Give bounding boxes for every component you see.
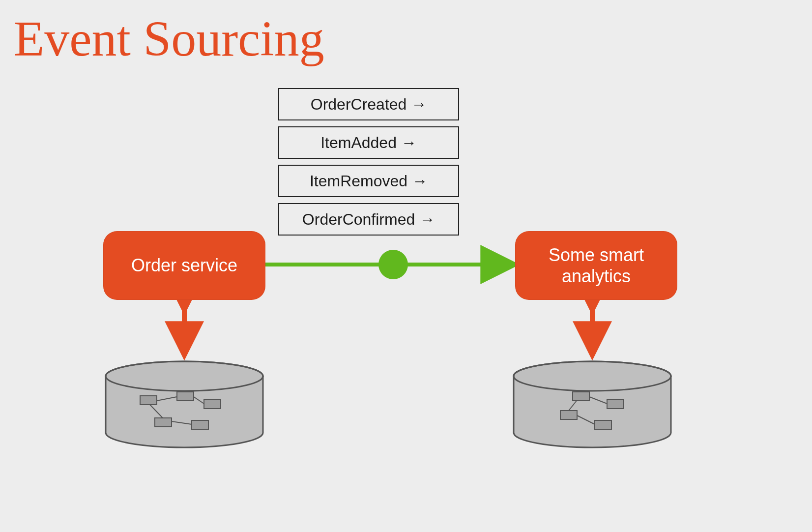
svg-line-9 — [150, 405, 163, 418]
event-item: ItemAdded → — [278, 126, 459, 159]
service-label: Order service — [131, 255, 237, 276]
svg-line-17 — [589, 397, 607, 404]
svg-line-8 — [194, 397, 204, 404]
svg-point-12 — [514, 361, 671, 391]
slide-title: Event Sourcing — [14, 10, 324, 67]
database-icon — [106, 361, 263, 447]
svg-point-1 — [106, 361, 263, 391]
service-label: Some smart analytics — [515, 244, 677, 287]
svg-rect-14 — [607, 400, 624, 409]
svg-point-0 — [106, 361, 263, 391]
svg-line-7 — [157, 397, 177, 401]
svg-rect-2 — [140, 396, 157, 405]
event-bus-node-icon — [378, 250, 408, 279]
svg-line-19 — [577, 415, 595, 424]
svg-rect-4 — [204, 400, 221, 409]
event-item: OrderCreated → — [278, 88, 459, 120]
event-item: OrderConfirmed → — [278, 203, 459, 236]
svg-point-11 — [514, 361, 671, 391]
event-stream-list: OrderCreated → ItemAdded → ItemRemoved →… — [278, 88, 459, 236]
svg-line-10 — [172, 421, 192, 424]
svg-rect-16 — [595, 420, 611, 429]
svg-rect-3 — [177, 392, 194, 401]
svg-line-18 — [569, 401, 577, 411]
svg-rect-15 — [560, 411, 577, 419]
order-service-box: Order service — [103, 231, 265, 300]
analytics-service-box: Some smart analytics — [515, 231, 677, 300]
event-item: ItemRemoved → — [278, 165, 459, 197]
database-icon — [514, 361, 671, 447]
svg-rect-5 — [155, 418, 172, 427]
svg-rect-6 — [192, 420, 208, 429]
svg-rect-13 — [573, 392, 589, 401]
